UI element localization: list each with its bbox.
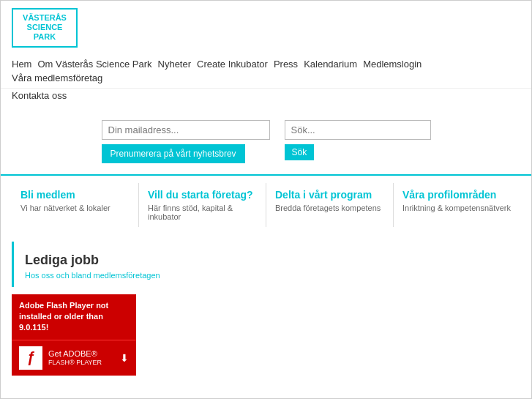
logo[interactable]: VÄSTERÅS SCIENCE PARK — [12, 8, 78, 48]
flash-warning: Adobe Flash Player not installed or olde… — [12, 294, 136, 376]
flash-get-label: Get ADOBE® — [48, 348, 102, 359]
flash-error-line3: 9.0.115! — [19, 323, 48, 332]
email-input[interactable] — [102, 120, 270, 140]
search-input[interactable] — [285, 120, 431, 140]
nav-item-varamedlemsforetag[interactable]: Våra medlemsföretag — [12, 71, 108, 85]
search-subscribe-area: Prenumerera på vårt nyhetsbrev Sök — [1, 105, 531, 174]
jobs-title: Lediga jobb — [25, 253, 509, 268]
feature-title-1: Vill du starta företag? — [148, 189, 257, 201]
feature-desc-2: Bredda företagets kompetens — [275, 204, 384, 212]
flash-adobe-label: ADOBE® — [63, 349, 97, 358]
flash-icon: ƒ — [19, 346, 42, 370]
jobs-desc: Hos oss och bland medlemsföretagen — [25, 271, 509, 280]
nav-item-kalendarium[interactable]: Kalendarium — [304, 57, 363, 71]
jobs-section: Lediga jobb Hos oss och bland medlemsför… — [12, 242, 520, 287]
feature-desc-1: Här finns stöd, kapital & inkubator — [148, 204, 257, 221]
flash-error-line2: installed or older than — [19, 312, 103, 321]
feature-desc-3: Inriktning & kompetensnätverk — [402, 204, 512, 212]
nav-item-nyheter[interactable]: Nyheter — [158, 57, 198, 71]
feature-title-2: Delta i vårt program — [275, 189, 384, 201]
feature-box-0[interactable]: Bli medlem Vi har nätverket & lokaler — [12, 183, 139, 227]
feature-box-3[interactable]: Våra profilområden Inriktning & kompeten… — [394, 183, 520, 227]
feature-box-1[interactable]: Vill du starta företag? Här finns stöd, … — [139, 183, 266, 227]
nav-item-medlemslogin[interactable]: Medlemslogin — [363, 57, 427, 71]
feature-title-3: Våra profilområden — [402, 189, 512, 201]
nav-row2: Kontakta oss — [1, 89, 531, 105]
flash-get-box[interactable]: ƒ Get ADOBE® FLASH® PLAYER ⬇ — [12, 340, 136, 376]
logo-line1: VÄSTERÅS — [19, 13, 70, 23]
feature-desc-0: Vi har nätverket & lokaler — [20, 204, 130, 212]
download-arrow-icon: ⬇ — [120, 352, 129, 364]
nav-row1: Hem Om Västerås Science Park Nyheter Cre… — [1, 51, 531, 89]
nav-item-om[interactable]: Om Västerås Science Park — [37, 57, 157, 71]
page-wrapper: VÄSTERÅS SCIENCE PARK Hem Om Västerås Sc… — [0, 0, 532, 399]
flash-f-letter: ƒ — [26, 349, 34, 366]
subscribe-button[interactable]: Prenumerera på vårt nyhetsbrev — [102, 144, 245, 163]
nav-item-create[interactable]: Create Inkubator — [197, 57, 274, 71]
feature-box-2[interactable]: Delta i vårt program Bredda företagets k… — [266, 183, 394, 227]
flash-get-text: Get ADOBE® FLASH® PLAYER — [48, 348, 102, 368]
subscribe-section: Prenumerera på vårt nyhetsbrev — [102, 120, 270, 163]
feature-title-0: Bli medlem — [20, 189, 130, 201]
search-section: Sök — [285, 120, 431, 163]
nav-item-kontakta[interactable]: Kontakta oss — [12, 89, 72, 102]
logo-line3: PARK — [19, 32, 70, 42]
flash-player-label: FLASH® PLAYER — [48, 359, 102, 368]
flash-error-box: Adobe Flash Player not installed or olde… — [12, 294, 136, 340]
flash-get-word: Get — [48, 349, 61, 358]
logo-line2: SCIENCE — [19, 23, 70, 32]
nav-item-hem[interactable]: Hem — [12, 57, 37, 71]
search-button[interactable]: Sök — [285, 144, 315, 160]
feature-boxes: Bli medlem Vi har nätverket & lokaler Vi… — [1, 174, 531, 234]
nav-item-press[interactable]: Press — [274, 57, 304, 71]
header: VÄSTERÅS SCIENCE PARK — [1, 1, 531, 51]
flash-error-line1: Adobe Flash Player not — [19, 301, 108, 310]
